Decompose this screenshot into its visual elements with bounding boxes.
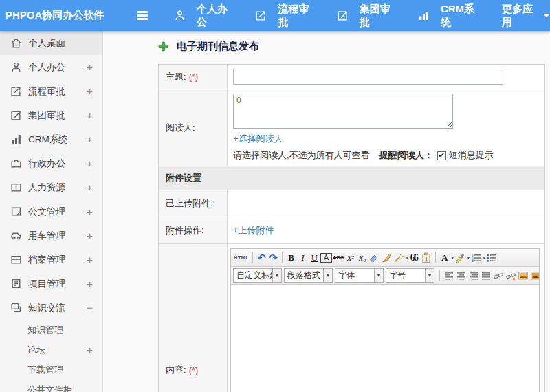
expand-toggle[interactable]: + xyxy=(87,61,93,73)
uploaded-value xyxy=(228,190,544,217)
actions-label: 附件操作: xyxy=(159,217,228,243)
undo-button[interactable]: ↶ xyxy=(256,251,267,265)
sidebar-item-label: 用车管理 xyxy=(28,230,65,242)
page-title-text: 电子期刊信息发布 xyxy=(177,40,259,53)
redo-button[interactable]: ↷ xyxy=(267,251,279,265)
document-icon xyxy=(10,206,22,217)
readers-textarea[interactable]: 0 xyxy=(233,94,453,129)
sidebar-item-group-approval[interactable]: 集团审批 + xyxy=(0,103,102,127)
top-bar: PHPOA协同办公软件 个人办公 流程审批 集团审批 xyxy=(0,0,550,31)
expand-toggle[interactable]: + xyxy=(87,344,93,356)
magic-wand-icon[interactable] xyxy=(393,251,405,265)
app-title: PHPOA协同办公软件 xyxy=(6,9,107,22)
ordered-list-icon[interactable]: 123 xyxy=(470,251,482,265)
sidebar-item-label: 知识交流 xyxy=(28,302,65,314)
align-center-icon[interactable] xyxy=(455,269,468,283)
collapse-toggle[interactable]: − xyxy=(87,302,93,314)
paragraph-format-select[interactable]: 段落格式▼ xyxy=(284,268,333,283)
hamburger-menu-icon[interactable] xyxy=(137,10,148,22)
sidebar-item-desktop[interactable]: 个人桌面 xyxy=(0,31,102,55)
upload-attachment-link[interactable]: +上传附件 xyxy=(233,224,274,237)
underline-button[interactable]: U xyxy=(309,251,320,265)
nav-item-label: 流程审批 xyxy=(278,3,313,29)
align-left-icon[interactable] xyxy=(443,269,455,283)
nav-item-label: 个人办公 xyxy=(197,3,232,29)
sidebar-item-label: CRM系统 xyxy=(28,133,68,146)
required-mark: (*) xyxy=(189,72,199,82)
sidebar-subitem-public-cabinet[interactable]: 公共文件柜 xyxy=(0,380,102,392)
readers-row: 阅读人: 0 +选择阅读人 请选择阅读人,不选为所有人可查看 提醒阅读人： ✔ … xyxy=(159,89,544,166)
select-readers-link[interactable]: +选择阅读人 xyxy=(233,133,283,145)
font-border-button[interactable]: A xyxy=(320,253,332,263)
sms-checkbox[interactable]: ✔ xyxy=(437,151,446,160)
readers-label: 阅读人: xyxy=(159,89,228,166)
sidebar-item-document-mgmt[interactable]: 公文管理 + xyxy=(0,199,102,224)
expand-toggle[interactable]: + xyxy=(87,157,93,169)
caret-down-icon: ▼ xyxy=(272,269,281,282)
nav-item-group-approval[interactable]: 集团审批 xyxy=(337,3,395,29)
sidebar-item-label: 人力资源 xyxy=(28,182,65,194)
expand-toggle[interactable]: + xyxy=(87,182,93,193)
remind-readers-label: 提醒阅读人： xyxy=(380,149,433,162)
book-icon xyxy=(10,182,22,193)
sidebar-item-personal-office[interactable]: 个人办公 + xyxy=(0,55,102,79)
quote-button[interactable]: 66 xyxy=(408,251,420,265)
nav-item-label: 集团审批 xyxy=(360,3,395,29)
highlight-icon[interactable] xyxy=(454,251,466,265)
image-icon[interactable] xyxy=(517,269,529,283)
strikethrough-button[interactable]: ABC xyxy=(332,251,344,265)
sidebar-item-project-mgmt[interactable]: 项目管理 + xyxy=(0,272,102,296)
custom-heading-select[interactable]: 自定义标题▼ xyxy=(233,268,282,283)
subject-input[interactable] xyxy=(233,69,503,85)
unlink-icon[interactable] xyxy=(505,269,517,283)
expand-toggle[interactable]: + xyxy=(87,278,93,290)
expand-toggle[interactable]: + xyxy=(87,85,93,97)
page-title: 电子期刊信息发布 xyxy=(158,40,550,53)
link-icon[interactable] xyxy=(492,269,505,283)
car-icon xyxy=(10,230,22,241)
nav-item-more-apps[interactable]: 更多应用 xyxy=(502,3,550,29)
expand-toggle[interactable]: + xyxy=(87,206,93,217)
editor-toolbar-row2: 自定义标题▼ 段落格式▼ 字体▼ 字号▼ xyxy=(231,267,539,285)
sidebar-item-workflow-approval[interactable]: 流程审批 + xyxy=(0,79,102,103)
nav-item-crm[interactable]: CRM系统 xyxy=(418,3,478,29)
bold-button[interactable]: B xyxy=(285,251,297,265)
sidebar-item-crm[interactable]: CRM系统 + xyxy=(0,127,102,151)
sidebar-item-admin-office[interactable]: 行政办公 + xyxy=(0,151,102,175)
editor-content-area[interactable] xyxy=(231,285,539,392)
sidebar-item-knowledge-exchange[interactable]: 知识交流 − xyxy=(0,296,102,320)
required-mark: (*) xyxy=(189,365,199,375)
expand-toggle[interactable]: + xyxy=(87,109,93,121)
sidebar-subitem-forum[interactable]: 论坛 + xyxy=(0,340,102,360)
expand-toggle[interactable]: + xyxy=(87,230,93,241)
nav-item-label: CRM系统 xyxy=(441,3,478,29)
italic-button[interactable]: I xyxy=(297,251,309,265)
subscript-button[interactable]: X₂ xyxy=(356,251,368,265)
paste-text-icon[interactable] xyxy=(420,251,432,265)
font-color-button[interactable]: A xyxy=(439,251,450,265)
sidebar-subitem-label: 下载管理 xyxy=(28,364,63,376)
format-painter-icon[interactable] xyxy=(380,251,393,265)
expand-toggle[interactable]: + xyxy=(87,133,93,145)
unordered-list-icon[interactable] xyxy=(485,251,498,265)
nav-item-label: 更多应用 xyxy=(502,3,538,29)
nav-item-workflow-approval[interactable]: 流程审批 xyxy=(255,3,313,29)
sidebar-item-vehicle-mgmt[interactable]: 用车管理 + xyxy=(0,224,102,248)
source-button[interactable]: HTML xyxy=(233,251,250,265)
font-family-select[interactable]: 字体▼ xyxy=(335,268,384,283)
expand-toggle[interactable]: + xyxy=(87,254,93,265)
sidebar-item-archive-mgmt[interactable]: 档案管理 + xyxy=(0,248,102,272)
sidebar-item-label: 个人桌面 xyxy=(28,37,65,50)
superscript-button[interactable]: X² xyxy=(344,251,356,265)
eraser-icon[interactable] xyxy=(368,251,380,265)
nav-item-personal-office[interactable]: 个人办公 xyxy=(174,3,232,29)
media-icon[interactable] xyxy=(529,269,539,283)
sidebar-subitem-download-mgmt[interactable]: 下载管理 xyxy=(0,360,102,380)
align-right-icon[interactable] xyxy=(468,269,480,283)
chart-icon xyxy=(10,133,22,145)
caret-down-icon: ▼ xyxy=(323,269,332,282)
sidebar-item-hr[interactable]: 人力资源 + xyxy=(0,175,102,199)
align-justify-icon[interactable] xyxy=(480,269,492,283)
sidebar-subitem-knowledge-mgmt[interactable]: 知识管理 xyxy=(0,320,102,340)
font-size-select[interactable]: 字号▼ xyxy=(386,268,434,283)
